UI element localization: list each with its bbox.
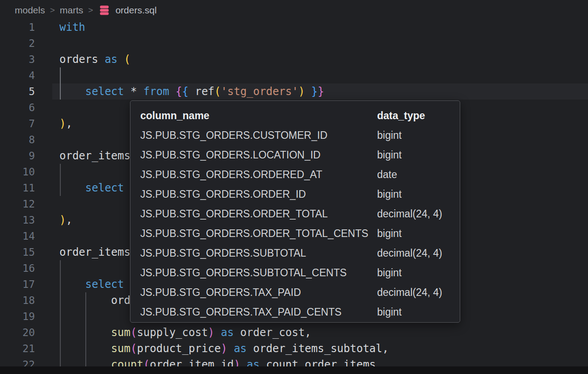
popup-row: JS.PUB.STG_ORDERS.TAX_PAID_CENTSbigint xyxy=(130,302,460,322)
line-number: 20 xyxy=(0,324,35,341)
popup-row: JS.PUB.STG_ORDERS.ORDER_IDbigint xyxy=(130,184,460,204)
code-text: select * from {{ ref('stg_orders') }} xyxy=(59,83,324,100)
line-number: 2 xyxy=(0,35,35,51)
popup-cell-column-name: JS.PUB.STG_ORDERS.ORDER_TOTAL xyxy=(140,204,328,224)
popup-cell-column-name: JS.PUB.STG_ORDERS.TAX_PAID xyxy=(140,283,301,302)
code-text: with xyxy=(59,19,85,35)
line-number: 16 xyxy=(0,260,35,276)
popup-header-data-type: data_type xyxy=(377,106,425,125)
popup-cell-column-name: JS.PUB.STG_ORDERS.CUSTOMER_ID xyxy=(140,125,328,145)
line-number: 5 xyxy=(0,83,35,100)
code-text: select xyxy=(59,276,124,292)
line-number: 10 xyxy=(0,164,35,180)
code-line[interactable]: 2 xyxy=(0,35,588,51)
popup-cell-data-type: bigint xyxy=(377,224,402,243)
line-number: 21 xyxy=(0,341,35,357)
popup-cell-data-type: bigint xyxy=(377,263,402,283)
code-text: orders as ( xyxy=(59,51,130,67)
code-line[interactable]: 3orders as ( xyxy=(0,51,588,67)
popup-cell-data-type: bigint xyxy=(377,184,402,204)
panel-edge xyxy=(0,366,588,374)
popup-header-column-name: column_name xyxy=(140,106,210,125)
popup-row: JS.PUB.STG_ORDERS.TAX_PAIDdecimal(24, 4) xyxy=(130,283,460,302)
popup-cell-data-type: decimal(24, 4) xyxy=(377,243,442,263)
popup-cell-column-name: JS.PUB.STG_ORDERS.TAX_PAID_CENTS xyxy=(140,302,341,322)
line-number: 9 xyxy=(0,148,35,164)
popup-row: JS.PUB.STG_ORDERS.ORDERED_ATdate xyxy=(130,165,460,184)
line-number: 6 xyxy=(0,100,35,116)
popup-row: JS.PUB.STG_ORDERS.LOCATION_IDbigint xyxy=(130,145,460,165)
code-line[interactable]: 5 select * from {{ ref('stg_orders') }} xyxy=(0,83,588,100)
popup-cell-column-name: JS.PUB.STG_ORDERS.SUBTOTAL xyxy=(140,243,306,263)
line-number: 8 xyxy=(0,132,35,148)
code-text: ord xyxy=(59,292,130,308)
popup-row: JS.PUB.STG_ORDERS.ORDER_TOTALdecimal(24,… xyxy=(130,204,460,224)
code-line[interactable]: 21 sum(product_price) as order_items_sub… xyxy=(0,341,588,357)
line-number: 14 xyxy=(0,228,35,244)
popup-cell-data-type: bigint xyxy=(377,145,402,165)
popup-cell-column-name: JS.PUB.STG_ORDERS.ORDERED_AT xyxy=(140,165,322,184)
code-text: order_items xyxy=(59,244,130,260)
popup-row: JS.PUB.STG_ORDERS.CUSTOMER_IDbigint xyxy=(130,125,460,145)
popup-cell-data-type: decimal(24, 4) xyxy=(377,283,442,302)
line-number: 4 xyxy=(0,67,35,83)
line-number: 15 xyxy=(0,244,35,260)
popup-cell-column-name: JS.PUB.STG_ORDERS.ORDER_ID xyxy=(140,184,306,204)
code-text: ), xyxy=(59,212,72,228)
popup-row: JS.PUB.STG_ORDERS.SUBTOTALdecimal(24, 4) xyxy=(130,243,460,263)
code-editor-window: models > marts > orders.sql 1with23order… xyxy=(0,0,588,374)
line-number: 19 xyxy=(0,308,35,324)
popup-cell-data-type: decimal(24, 4) xyxy=(377,204,442,224)
code-line[interactable]: 4 xyxy=(0,67,588,83)
code-line[interactable]: 1with xyxy=(0,19,588,35)
popup-cell-data-type: bigint xyxy=(377,125,402,145)
code-line[interactable]: 20 sum(supply_cost) as order_cost, xyxy=(0,324,588,341)
popup-cell-data-type: bigint xyxy=(377,302,402,322)
line-number: 7 xyxy=(0,116,35,132)
code-text: order_items xyxy=(59,148,130,164)
popup-row: JS.PUB.STG_ORDERS.ORDER_TOTAL_CENTSbigin… xyxy=(130,224,460,243)
line-number: 18 xyxy=(0,292,35,308)
column-info-popup: column_name data_type JS.PUB.STG_ORDERS.… xyxy=(130,100,460,323)
line-number: 17 xyxy=(0,276,35,292)
line-number: 13 xyxy=(0,212,35,228)
line-number: 11 xyxy=(0,180,35,196)
popup-row: JS.PUB.STG_ORDERS.SUBTOTAL_CENTSbigint xyxy=(130,263,460,283)
popup-cell-data-type: date xyxy=(377,165,397,184)
code-text: select xyxy=(59,180,124,196)
code-text: sum(supply_cost) as order_cost, xyxy=(59,324,311,341)
code-text: sum(product_price) as order_items_subtot… xyxy=(59,341,389,357)
line-number: 3 xyxy=(0,51,35,67)
popup-cell-column-name: JS.PUB.STG_ORDERS.ORDER_TOTAL_CENTS xyxy=(140,224,368,243)
code-text: ), xyxy=(59,116,72,132)
popup-header-row: column_name data_type xyxy=(130,106,460,125)
line-number: 1 xyxy=(0,19,35,35)
popup-cell-column-name: JS.PUB.STG_ORDERS.SUBTOTAL_CENTS xyxy=(140,263,347,283)
line-number: 12 xyxy=(0,196,35,212)
popup-cell-column-name: JS.PUB.STG_ORDERS.LOCATION_ID xyxy=(140,145,320,165)
